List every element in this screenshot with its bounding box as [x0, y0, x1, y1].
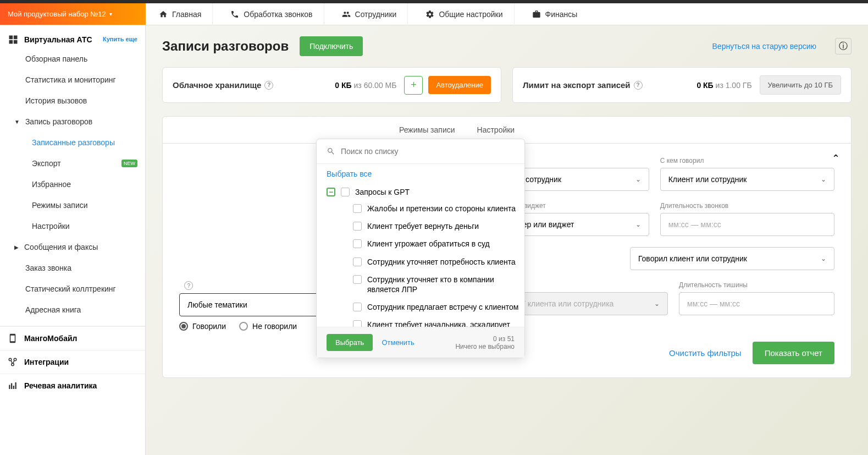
chevron-down-icon: ⌄ — [821, 176, 826, 183]
dropdown-item[interactable]: Сотрудник уточняет потребность клиента — [327, 253, 521, 271]
dropdown-cancel-button[interactable]: Отменить — [382, 338, 414, 347]
dropdown-count: 0 из 51 Ничего не выбрано — [455, 335, 515, 350]
talked-with-select[interactable]: Клиент или сотрудник⌄ — [660, 168, 834, 191]
svg-rect-9 — [13, 386, 14, 389]
svg-rect-10 — [15, 382, 16, 389]
chevron-down-icon: ⌄ — [635, 176, 641, 183]
sidebar-virtual-pbx[interactable]: Виртуальная АТС Купить еще — [0, 31, 145, 48]
checkbox[interactable] — [353, 257, 362, 266]
sidebar-favorites[interactable]: Избранное — [0, 174, 145, 195]
svg-rect-2 — [9, 40, 13, 44]
new-badge: NEW — [121, 160, 137, 167]
svg-rect-3 — [14, 40, 18, 44]
dropdown-item[interactable]: Клиент угрожает обратиться в суд — [327, 235, 521, 253]
autodelete-button[interactable]: Автоудаление — [428, 76, 491, 94]
storage-card: Облачное хранилище? 0 КБ из 60.00 МБ + А… — [162, 67, 501, 103]
pbx-icon — [8, 34, 19, 45]
checkbox[interactable] — [341, 188, 350, 196]
dropdown-select-button[interactable]: Выбрать — [327, 334, 373, 351]
clear-filters-link[interactable]: Очистить фильтры — [669, 348, 742, 358]
info-button[interactable]: ⓘ — [835, 38, 852, 54]
sidebar-recording[interactable]: ▼Запись разговоров — [0, 111, 145, 132]
sidebar-mango-mobile[interactable]: МангоМобайл — [0, 326, 145, 350]
radio-spoke[interactable]: Говорили — [179, 322, 226, 331]
svg-rect-8 — [11, 383, 12, 390]
help-icon[interactable]: ? — [184, 281, 193, 290]
tab-settings[interactable]: Настройки — [477, 125, 515, 134]
topics-label-help: ? — [179, 281, 335, 290]
select-all-link[interactable]: Выбрать все — [317, 164, 524, 184]
back-link[interactable]: Вернуться на старую версию — [712, 42, 816, 51]
chevron-up-icon: ⌃ — [832, 153, 840, 164]
sidebar-call-history[interactable]: История вызовов — [0, 90, 145, 111]
help-icon[interactable]: ? — [264, 81, 273, 90]
chevron-down-icon: ⌄ — [635, 221, 641, 228]
sidebar-modes[interactable]: Режимы записи — [0, 195, 145, 216]
top-nav: Мой продуктовый набор №12▾ Главная Обраб… — [0, 3, 868, 25]
product-selector[interactable]: Мой продуктовый набор №12▾ — [0, 3, 146, 25]
increase-button[interactable]: Увеличить до 10 ГБ — [760, 75, 841, 95]
talked-with-label: С кем говорил — [660, 157, 834, 165]
buy-more-link[interactable]: Купить еще — [103, 36, 137, 43]
dropdown-item[interactable]: Клиент требует вернуть деньги — [327, 217, 521, 235]
integrations-icon — [8, 357, 18, 367]
sidebar-export[interactable]: ЭкспортNEW — [0, 153, 145, 174]
sidebar-overview[interactable]: Обзорная панель — [0, 48, 145, 69]
info-icon: ⓘ — [839, 41, 848, 52]
sidebar-settings[interactable]: Настройки — [0, 216, 145, 237]
sidebar: Виртуальная АТС Купить еще Обзорная пане… — [0, 25, 146, 455]
nav-finance[interactable]: Финансы — [530, 3, 589, 25]
sidebar-address-book[interactable]: Адресная книга — [0, 299, 145, 320]
tab-modes[interactable]: Режимы записи — [399, 125, 455, 134]
sidebar-recorded[interactable]: Записанные разговоры — [0, 132, 145, 153]
nav-settings[interactable]: Общие настройки — [423, 3, 514, 25]
main-content: Записи разговоров Подключить Вернуться н… — [146, 25, 868, 455]
help-icon[interactable]: ? — [634, 81, 643, 90]
checkbox[interactable] — [353, 222, 362, 231]
connect-button[interactable]: Подключить — [300, 36, 363, 56]
dropdown-item[interactable]: Сотрудник уточняет кто в компании являет… — [327, 271, 521, 298]
chevron-down-icon: ⌄ — [821, 255, 826, 262]
sidebar-calltracking[interactable]: Статический коллтрекинг — [0, 278, 145, 299]
svg-point-6 — [12, 363, 14, 366]
page-title: Записи разговоров — [162, 39, 289, 54]
search-icon — [327, 147, 335, 156]
export-limit-card: Лимит на экспорт записей? 0 КБ из 1.00 Г… — [512, 67, 852, 103]
nav-calls[interactable]: Обработка звонков — [228, 3, 324, 25]
collapse-group-icon[interactable]: − — [327, 188, 335, 196]
triangle-right-icon: ▶ — [14, 244, 19, 250]
nav-home[interactable]: Главная — [157, 3, 213, 25]
dropdown-group[interactable]: − Запросы к GPT — [327, 184, 521, 200]
analytics-icon — [8, 381, 18, 391]
sidebar-integrations[interactable]: Интеграции — [0, 350, 145, 374]
dropdown-item[interactable]: Сотрудник предлагает встречу с клиентом — [327, 298, 521, 316]
silence-duration-label: Длительность тишины — [679, 281, 834, 289]
dropdown-item[interactable]: Клиент требует начальника, эскалирует — [327, 316, 521, 327]
call-duration-label: Длительность звонков — [660, 202, 834, 210]
topics-select[interactable]: Любые тематики⌃ — [179, 293, 335, 316]
add-storage-button[interactable]: + — [404, 76, 423, 95]
dropdown-item[interactable]: Жалобы и претензии со стороны клиента — [327, 200, 521, 217]
collapse-button[interactable]: ⌃ — [832, 152, 840, 165]
client-or-staff-select: У клиента или сотрудника⌄ — [512, 292, 668, 315]
sidebar-messages[interactable]: ▶Сообщения и факсы — [0, 237, 145, 257]
svg-rect-1 — [14, 36, 18, 40]
chevron-down-icon: ⌄ — [654, 300, 660, 308]
call-duration-input[interactable]: мм:сс — мм:сс — [660, 213, 834, 236]
checkbox[interactable] — [353, 204, 362, 213]
who-spoke-select[interactable]: Говорил клиент или сотрудник⌄ — [630, 247, 834, 270]
checkbox[interactable] — [353, 320, 362, 327]
checkbox[interactable] — [353, 275, 362, 284]
dropdown-search-input[interactable] — [341, 147, 515, 156]
radio-not-spoke[interactable]: Не говорили — [239, 322, 297, 331]
nav-staff[interactable]: Сотрудники — [340, 3, 408, 25]
sidebar-stats[interactable]: Статистика и мониторинг — [0, 69, 145, 90]
show-report-button[interactable]: Показать отчет — [753, 342, 834, 364]
triangle-down-icon: ▼ — [14, 119, 20, 125]
svg-rect-7 — [9, 385, 10, 390]
checkbox[interactable] — [353, 303, 362, 311]
checkbox[interactable] — [353, 239, 362, 248]
sidebar-speech[interactable]: Речевая аналитика — [0, 374, 145, 397]
sidebar-order-call[interactable]: Заказ звонка — [0, 257, 145, 278]
silence-duration-input[interactable]: мм:сс — мм:сс — [679, 292, 834, 315]
